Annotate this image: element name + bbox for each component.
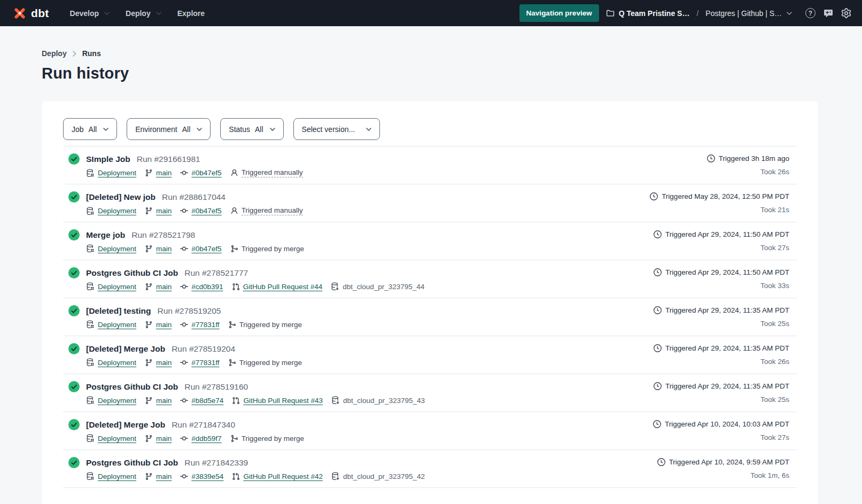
branch-link[interactable]: main [156, 283, 172, 291]
commit-link[interactable]: #0b47ef5 [191, 169, 221, 177]
branch-link[interactable]: main [156, 169, 172, 177]
settings-gear-icon[interactable] [841, 8, 851, 18]
environment-link[interactable]: Deployment [98, 397, 136, 405]
environment-link[interactable]: Deployment [98, 359, 136, 367]
environment-link[interactable]: Deployment [98, 207, 136, 215]
branch-link[interactable]: main [156, 472, 172, 480]
pull-request-link[interactable]: GitHub Pull Request #43 [243, 397, 323, 405]
commit-link[interactable]: #0b47ef5 [191, 245, 221, 253]
run-row[interactable]: Postgres Github CI Job Run #278519160 De… [63, 374, 797, 412]
run-success-icon [68, 419, 80, 444]
run-row-main: [Deleted] testing Run #278519205 Deploym… [86, 305, 302, 330]
filter-version[interactable]: Select version... [293, 118, 380, 140]
nav-item-deploy[interactable]: Deploy [118, 0, 169, 26]
run-row[interactable]: [Deleted] testing Run #278519205 Deploym… [63, 298, 797, 336]
commit-link[interactable]: #cd0b391 [191, 283, 223, 291]
branch-link[interactable]: main [156, 207, 172, 215]
environment-selector[interactable]: Postgres | Github | S… [705, 9, 792, 18]
environment-meta: Deployment [86, 434, 136, 443]
project-selector[interactable]: Q Team Pristine S… [606, 9, 690, 18]
run-row[interactable]: SImple Job Run #291661981 Deployment [63, 146, 797, 184]
trigger-merge-meta: Triggered by merge [230, 435, 304, 443]
trigger-merge-meta: Triggered by merge [228, 321, 302, 329]
nav-item-explore[interactable]: Explore [169, 0, 213, 26]
git-commit-icon [180, 207, 188, 215]
commit-link[interactable]: #77831ff [191, 359, 219, 367]
navigation-preview-button[interactable]: Navigation preview [519, 4, 599, 22]
git-merge-icon [228, 359, 236, 367]
branch-link[interactable]: main [156, 321, 172, 329]
commit-link[interactable]: #b8d5e74 [191, 397, 223, 405]
run-row-left: [Deleted] Merge Job Run #278519204 Deplo… [68, 343, 302, 368]
commit-link[interactable]: #ddb59f7 [191, 435, 221, 443]
run-meta: Deployment main #3839e54 [86, 472, 425, 480]
help-icon[interactable]: ? [805, 8, 816, 18]
git-commit-icon [180, 283, 188, 291]
run-success-icon [68, 229, 80, 254]
triggered-time: Triggered May 28, 2024, 12:50 PM PDT [662, 192, 789, 200]
breadcrumb-runs[interactable]: Runs [82, 49, 101, 58]
pull-request-meta: GitHub Pull Request #44 [232, 283, 323, 291]
run-row[interactable]: [Deleted] Merge Job Run #278519204 Deplo… [63, 336, 797, 374]
clock-icon [654, 344, 662, 352]
run-row-main: Merge job Run #278521798 Deployment [86, 229, 304, 254]
commit-meta: #77831ff [180, 359, 219, 367]
environment-link[interactable]: Deployment [98, 435, 136, 443]
commit-link[interactable]: #77831ff [191, 321, 219, 329]
commit-link[interactable]: #3839e54 [191, 472, 223, 480]
filter-job[interactable]: JobAll [63, 118, 117, 140]
clock-icon [654, 306, 662, 314]
dbt-logo[interactable]: dbt [13, 6, 49, 20]
git-commit-icon [180, 359, 188, 367]
trigger-label: Triggered by merge [242, 245, 304, 253]
environment-link[interactable]: Deployment [98, 169, 136, 177]
branch-meta: main [145, 435, 172, 443]
run-row[interactable]: [Deleted] Merge Job Run #271847340 Deplo… [63, 412, 797, 449]
triggered-time: Triggered Apr 10, 2024, 9:59 AM PDT [669, 458, 789, 466]
database-icon [86, 320, 95, 329]
chevron-down-icon [787, 12, 792, 15]
job-name: [Deleted] New job [86, 191, 156, 203]
branch-link[interactable]: main [156, 245, 172, 253]
environment-link[interactable]: Deployment [98, 472, 136, 480]
job-name: [Deleted] Merge Job [86, 419, 165, 430]
run-row-right: Triggered Apr 29, 2024, 11:35 AM PDT Too… [654, 343, 789, 368]
run-row[interactable]: Merge job Run #278521798 Deployment [63, 222, 797, 260]
run-row-main: Postgres Github CI Job Run #278521777 De… [86, 267, 424, 292]
branch-link[interactable]: main [156, 397, 172, 405]
environment-meta: Deployment [86, 169, 136, 177]
environment-link[interactable]: Deployment [98, 245, 136, 253]
nav-item-develop[interactable]: Develop [62, 0, 118, 26]
run-row[interactable]: Postgres Github CI Job Run #271842339 De… [63, 450, 797, 487]
run-row-main: [Deleted] New job Run #288617044 Deploym… [86, 191, 303, 216]
environment-link[interactable]: Deployment [98, 321, 136, 329]
page-title: Run history [42, 65, 862, 82]
environment-link[interactable]: Deployment [98, 283, 136, 291]
clock-icon [657, 458, 665, 466]
run-row-main: Postgres Github CI Job Run #278519160 De… [86, 381, 425, 406]
run-row[interactable]: [Deleted] New job Run #288617044 Deploym… [63, 184, 797, 222]
breadcrumb-deploy[interactable]: Deploy [42, 49, 67, 58]
pull-request-link[interactable]: GitHub Pull Request #44 [243, 283, 323, 291]
trigger-merge-meta: Triggered by merge [230, 245, 304, 253]
run-row[interactable]: Postgres Github CI Job Run #278521777 De… [63, 260, 797, 298]
run-row-left: Postgres Github CI Job Run #271842339 De… [68, 457, 425, 482]
filter-status[interactable]: StatusAll [220, 118, 283, 140]
filter-environment[interactable]: EnvironmentAll [127, 118, 211, 140]
commit-link[interactable]: #0b47ef5 [191, 207, 221, 215]
environment-meta: Deployment [86, 320, 136, 329]
run-meta: Deployment main #cd0b391 [86, 282, 424, 291]
database-icon [86, 244, 95, 253]
run-row-right: Triggered Apr 10, 2024, 10:03 AM PDT Too… [653, 419, 789, 444]
run-meta: Deployment main #77831ff [86, 358, 302, 367]
run-duration: Took 26s [760, 168, 789, 176]
top-nav-icons: ? [805, 8, 851, 18]
pull-request-link[interactable]: GitHub Pull Request #42 [243, 472, 323, 480]
database-icon [86, 396, 95, 405]
pull-request-meta: GitHub Pull Request #43 [232, 397, 323, 405]
trigger-merge-meta: Triggered by merge [228, 359, 302, 367]
branch-link[interactable]: main [156, 435, 172, 443]
feedback-icon[interactable] [824, 9, 833, 18]
branch-link[interactable]: main [156, 359, 172, 367]
run-row-left: Postgres Github CI Job Run #278521777 De… [68, 267, 424, 292]
